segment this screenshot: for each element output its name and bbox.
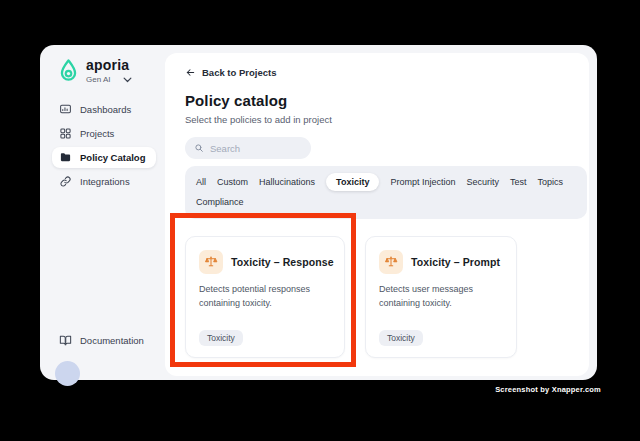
policy-card-toxicity-response[interactable]: Toxicity – Response Detects potential re… (185, 236, 345, 358)
dashboards-icon (59, 103, 72, 116)
back-to-projects-link[interactable]: Back to Projects (185, 67, 569, 78)
page-title: Policy catalog (185, 92, 569, 109)
main-panel: Back to Projects Policy catalog Select t… (165, 53, 589, 376)
filter-tabs-row-1: AllCustomHallucinationsToxicityPrompt In… (196, 172, 576, 192)
card-header: Toxicity – Response (199, 250, 331, 274)
scales-icon (204, 255, 218, 269)
back-link-label: Back to Projects (202, 67, 276, 78)
sidebar: aporia Gen AI Dashboards (40, 45, 165, 380)
filter-tabs-row-2: Compliance (196, 192, 576, 212)
sidebar-item-documentation[interactable]: Documentation (59, 334, 144, 347)
page-subtitle: Select the policies to add in project (185, 114, 569, 125)
filter-tab[interactable]: Toxicity (326, 173, 379, 191)
sidebar-item-label: Documentation (80, 335, 144, 346)
card-tag: Toxicity (199, 330, 243, 346)
sidebar-item-dashboards[interactable]: Dashboards (52, 99, 156, 120)
brand-name: aporia (86, 58, 132, 73)
brand: aporia Gen AI (58, 58, 165, 84)
workspace-name: Gen AI (86, 75, 110, 84)
card-title: Toxicity – Response (231, 256, 334, 268)
sidebar-item-label: Projects (80, 128, 114, 139)
policy-cards: Toxicity – Response Detects potential re… (185, 236, 569, 358)
search-box[interactable] (185, 137, 311, 159)
back-arrow-icon (185, 67, 196, 78)
policy-card-toxicity-prompt[interactable]: Toxicity – Prompt Detects user messages … (365, 236, 517, 358)
sidebar-item-policy-catalog[interactable]: Policy Catalog (52, 147, 156, 168)
search-icon (194, 143, 204, 153)
sidebar-item-label: Integrations (80, 176, 130, 187)
sidebar-item-projects[interactable]: Projects (52, 123, 156, 144)
chevron-down-icon (123, 77, 132, 83)
folder-icon (59, 151, 72, 164)
filter-tab[interactable]: Test (510, 173, 527, 191)
filter-tab[interactable]: Prompt Injection (390, 173, 455, 191)
sidebar-item-integrations[interactable]: Integrations (52, 171, 156, 192)
filter-tab[interactable]: All (196, 173, 206, 191)
link-icon (59, 175, 72, 188)
workspace-switcher[interactable]: Gen AI (86, 75, 132, 84)
avatar[interactable] (55, 361, 80, 386)
policy-icon-badge (379, 250, 403, 274)
card-title: Toxicity – Prompt (411, 256, 500, 268)
card-header: Toxicity – Prompt (379, 250, 503, 274)
app-window: aporia Gen AI Dashboards (40, 45, 597, 380)
projects-grid-icon (59, 127, 72, 140)
filter-tab[interactable]: Topics (537, 173, 563, 191)
filter-tab[interactable]: Hallucinations (259, 173, 315, 191)
watermark-text: Screenshot by Xnapper.com (495, 385, 601, 394)
scales-icon (384, 255, 398, 269)
card-tag: Toxicity (379, 330, 423, 346)
sidebar-nav: Dashboards Projects Policy Catalog (40, 99, 165, 192)
card-description: Detects potential responses containing t… (199, 283, 331, 310)
filter-tab[interactable]: Security (466, 173, 499, 191)
filter-tab[interactable]: Custom (217, 173, 248, 191)
aporia-logo-icon (58, 58, 79, 83)
sidebar-item-label: Policy Catalog (80, 152, 145, 163)
filter-tabbar: AllCustomHallucinationsToxicityPrompt In… (185, 166, 587, 219)
policy-icon-badge (199, 250, 223, 274)
sidebar-item-label: Dashboards (80, 104, 131, 115)
book-icon (59, 334, 72, 347)
filter-tab[interactable]: Compliance (196, 193, 244, 211)
search-input[interactable] (210, 143, 302, 154)
card-description: Detects user messages containing toxicit… (379, 283, 503, 310)
